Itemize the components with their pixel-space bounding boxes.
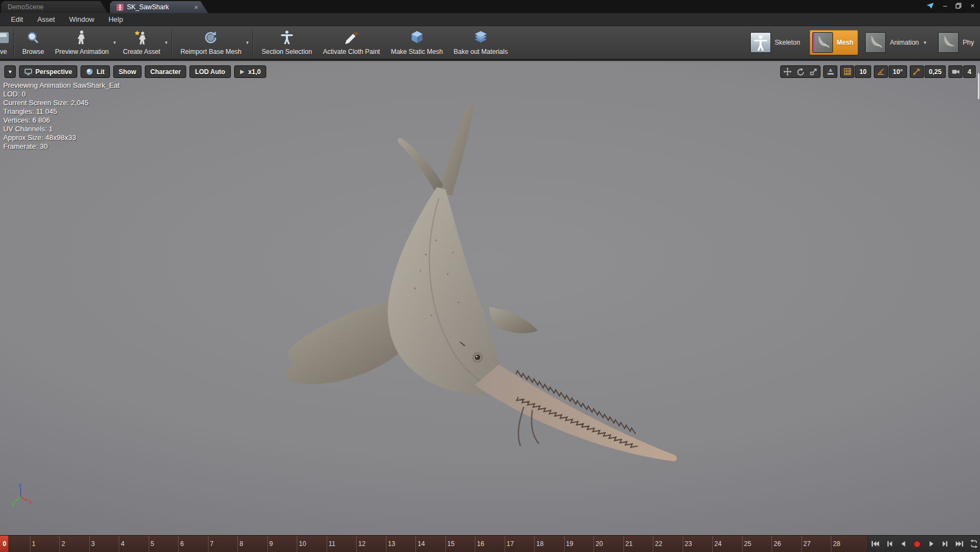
- timeline-tick[interactable]: 13: [386, 536, 415, 552]
- viewport-stats: Previewing Animation SawShark_Eat LOD: 0…: [3, 81, 120, 151]
- main-toolbar: ve Browse Preview Animation ▾ Create Ass…: [0, 26, 980, 60]
- scale-snap-value[interactable]: 0,25: [924, 65, 946, 78]
- timeline-tick[interactable]: 17: [505, 536, 534, 552]
- timeline-tick[interactable]: 7: [208, 536, 237, 552]
- play-forward-button[interactable]: [925, 538, 938, 550]
- window-tab-bar: DemoScene SK_SawShark × – ×: [0, 0, 980, 13]
- playback-speed-button[interactable]: x1,0: [234, 65, 266, 78]
- timeline-tick[interactable]: 1: [30, 536, 59, 552]
- save-button[interactable]: ve: [0, 26, 11, 59]
- camera-speed-value[interactable]: 4: [963, 65, 976, 78]
- toolbar-separator: [14, 30, 14, 55]
- timeline-tick[interactable]: 9: [267, 536, 297, 552]
- viewport-options-button[interactable]: ▾: [4, 65, 16, 78]
- timeline-tick[interactable]: 21: [623, 536, 653, 552]
- timeline-tick[interactable]: 4: [119, 536, 148, 552]
- minimize-button[interactable]: –: [943, 2, 947, 9]
- activate-cloth-paint-button[interactable]: Activate Cloth Paint: [317, 26, 385, 59]
- step-backward-button[interactable]: [883, 538, 895, 550]
- character-menu-button[interactable]: Character: [145, 65, 186, 78]
- menu-asset[interactable]: Asset: [37, 15, 55, 23]
- timeline-tick[interactable]: 28: [831, 536, 860, 552]
- timeline-tick[interactable]: 6: [178, 536, 207, 552]
- timeline-tick[interactable]: 12: [356, 536, 385, 552]
- viewport-scrollbar[interactable]: [978, 73, 979, 99]
- grid-snap-value[interactable]: 10: [855, 65, 871, 78]
- preview-animation-button[interactable]: Preview Animation ▾: [50, 26, 118, 59]
- menu-window[interactable]: Window: [69, 15, 94, 23]
- animation-thumbnail: [865, 32, 886, 53]
- timeline-tick[interactable]: 26: [771, 536, 801, 552]
- tab-demoscene[interactable]: DemoScene: [1, 1, 108, 13]
- timeline-tick[interactable]: 14: [415, 536, 445, 552]
- tab-close-icon[interactable]: ×: [194, 4, 198, 11]
- play-reverse-button[interactable]: [897, 538, 909, 550]
- show-menu-button[interactable]: Show: [113, 65, 142, 78]
- playback-controls: [868, 535, 980, 552]
- timeline-tick[interactable]: 19: [564, 536, 593, 552]
- viewport[interactable]: ▾ Perspective Lit Show Character: [0, 61, 980, 535]
- dropdown-arrow-icon[interactable]: ▾: [246, 40, 249, 45]
- go-to-start-button[interactable]: [868, 538, 881, 550]
- timeline-playhead[interactable]: 0: [0, 536, 9, 552]
- scale-tool-icon[interactable]: [807, 66, 820, 77]
- rotation-snap-value[interactable]: 10°: [889, 65, 907, 78]
- dropdown-arrow-icon[interactable]: ▾: [113, 40, 116, 45]
- physics-thumbnail: [938, 32, 959, 53]
- browse-button[interactable]: Browse: [17, 26, 50, 59]
- bake-out-materials-button[interactable]: Bake out Materials: [448, 26, 513, 59]
- camera-speed-icon[interactable]: [948, 65, 963, 78]
- animation-timeline: 0123456789101112131415161718192021222324…: [0, 535, 980, 552]
- timeline-tick[interactable]: 5: [149, 536, 178, 552]
- reimport-base-mesh-button[interactable]: Reimport Base Mesh ▾: [175, 26, 250, 59]
- dropdown-arrow-icon[interactable]: ▾: [924, 40, 927, 45]
- step-forward-button[interactable]: [939, 538, 952, 550]
- skeleton-shortcut-button[interactable]: Skeleton: [748, 30, 805, 55]
- timeline-ruler[interactable]: 0123456789101112131415161718192021222324…: [0, 535, 868, 552]
- rotation-snap-icon[interactable]: [874, 65, 888, 78]
- move-tool-icon[interactable]: [781, 66, 794, 77]
- animation-shortcut-button[interactable]: Animation ▾: [862, 30, 931, 55]
- timeline-tick[interactable]: 16: [475, 536, 504, 552]
- lod-auto-button[interactable]: LOD Auto: [189, 65, 231, 78]
- rotate-tool-icon[interactable]: [794, 66, 807, 77]
- rotation-snap-control: 10°: [874, 65, 907, 78]
- timeline-tick[interactable]: 18: [534, 536, 564, 552]
- timeline-tick[interactable]: 20: [593, 536, 623, 552]
- create-asset-button[interactable]: Create Asset ▾: [118, 26, 169, 59]
- timeline-tick[interactable]: 25: [742, 536, 771, 552]
- menu-help[interactable]: Help: [108, 15, 123, 23]
- tab-sk-sawshark[interactable]: SK_SawShark ×: [110, 1, 208, 13]
- preview-mesh-sawshark[interactable]: [0, 61, 980, 535]
- axis-y-label: y: [12, 501, 15, 507]
- close-button[interactable]: ×: [970, 2, 975, 9]
- section-selection-button[interactable]: Section Selection: [256, 26, 317, 59]
- grid-snap-icon[interactable]: [840, 65, 854, 78]
- timeline-tick[interactable]: 23: [683, 536, 712, 552]
- restore-button[interactable]: [955, 3, 961, 9]
- make-static-mesh-button[interactable]: Make Static Mesh: [385, 26, 448, 59]
- record-button[interactable]: [911, 538, 923, 550]
- lit-mode-button[interactable]: Lit: [81, 65, 110, 78]
- surface-snap-button[interactable]: [823, 65, 837, 78]
- timeline-tick[interactable]: 27: [801, 536, 831, 552]
- timeline-tick[interactable]: 24: [712, 536, 742, 552]
- mesh-shortcut-button[interactable]: Mesh: [810, 30, 859, 55]
- physics-shortcut-button[interactable]: Phy: [935, 30, 979, 55]
- feedback-icon[interactable]: [926, 2, 934, 9]
- dropdown-arrow-icon[interactable]: ▾: [165, 40, 168, 45]
- timeline-tick[interactable]: 15: [445, 536, 475, 552]
- scale-snap-icon[interactable]: [910, 65, 924, 78]
- viewport-toolbar: ▾ Perspective Lit Show Character: [4, 65, 976, 78]
- timeline-tick[interactable]: 10: [297, 536, 326, 552]
- go-to-end-button[interactable]: [953, 538, 966, 550]
- timeline-tick[interactable]: 11: [327, 536, 356, 552]
- perspective-button[interactable]: Perspective: [19, 65, 77, 78]
- menu-edit[interactable]: Edit: [11, 15, 23, 23]
- timeline-tick[interactable]: 2: [59, 536, 89, 552]
- loop-button[interactable]: [967, 538, 980, 550]
- stat-framerate: Framerate: 30: [3, 142, 120, 151]
- timeline-tick[interactable]: 3: [89, 536, 119, 552]
- timeline-tick[interactable]: 8: [237, 536, 267, 552]
- timeline-tick[interactable]: 22: [653, 536, 682, 552]
